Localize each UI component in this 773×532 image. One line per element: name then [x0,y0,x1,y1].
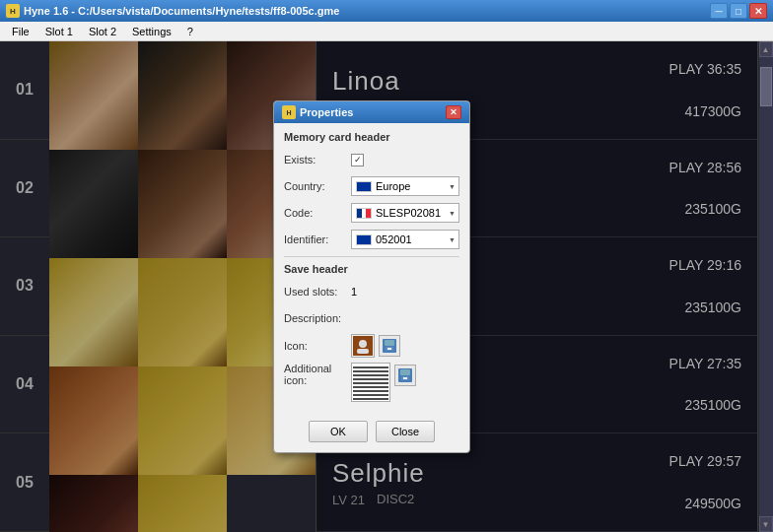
used-slots-value: 1 [351,286,357,298]
maximize-button[interactable]: □ [730,3,747,19]
icon-save-button[interactable] [379,335,400,357]
additional-icon-save-button[interactable] [394,365,416,386]
window-title: Hyne 1.6 - C:/Users/vista/Documents/Hyne… [24,5,710,17]
eu-flag-icon [356,181,372,192]
form-row-exists: Exists: ✓ [284,149,459,170]
exists-label: Exists: [284,154,351,166]
additional-icon-label: Additional icon: [284,363,351,386]
form-row-code: Code: SLESP02081 [284,202,459,224]
dialog-close-x-button[interactable]: ✕ [446,105,461,119]
fr-flag-icon [356,208,372,219]
title-bar: H Hyne 1.6 - C:/Users/vista/Documents/Hy… [0,0,773,22]
form-row-additional-icon: Additional icon: [284,363,459,402]
description-label: Description: [284,312,351,324]
properties-dialog: H Properties ✕ Memory card header Exists… [273,100,470,453]
additional-icon-preview [351,363,390,402]
modal-overlay: H Properties ✕ Memory card header Exists… [0,41,773,532]
close-button[interactable]: ✕ [749,3,767,19]
country-select[interactable]: Europe [351,176,459,196]
code-label: Code: [284,207,351,219]
form-row-identifier: Identifier: 052001 [284,229,459,250]
svg-rect-8 [400,369,410,375]
code-control[interactable]: SLESP02081 [351,203,459,223]
form-row-country: Country: Europe [284,175,459,197]
dialog-title-text: Properties [300,106,353,118]
exists-control: ✓ [351,153,459,166]
svg-rect-10 [403,377,407,379]
code-select[interactable]: SLESP02081 [351,203,459,223]
form-row-icon: Icon: [284,334,459,358]
main-content: 01 02 03 04 05 [0,41,773,532]
identifier-label: Identifier: [284,233,351,245]
section-save-header: Save header [284,263,459,275]
country-control[interactable]: Europe [351,176,459,196]
country-label: Country: [284,180,351,192]
app-icon: H [6,4,20,18]
identifier-value: 052001 [376,233,412,245]
code-value: SLESP02081 [376,207,441,219]
menu-bar: File Slot 1 Slot 2 Settings ? [0,22,773,41]
icon-preview [351,334,375,358]
svg-point-1 [359,340,367,348]
icon-label: Icon: [284,340,351,352]
ok-button[interactable]: OK [309,421,368,442]
menu-settings[interactable]: Settings [124,24,179,39]
eu-flag-icon-2 [356,234,372,245]
exists-checkbox[interactable]: ✓ [351,154,364,166]
used-slots-label: Used slots: [284,286,351,298]
dialog-title-bar: H Properties ✕ [274,101,469,123]
menu-slot1[interactable]: Slot 1 [37,24,81,39]
menu-file[interactable]: File [4,24,37,39]
svg-rect-6 [387,348,391,350]
dialog-footer: OK Close [274,415,469,452]
dialog-icon: H [282,105,296,119]
section-memory-card: Memory card header [284,131,459,143]
form-row-description: Description: [284,307,459,329]
minimize-button[interactable]: ─ [710,3,728,19]
divider-1 [284,256,459,257]
country-value: Europe [376,180,410,192]
title-bar-controls: ─ □ ✕ [710,3,767,19]
form-row-used-slots: Used slots: 1 [284,281,459,302]
menu-slot2[interactable]: Slot 2 [81,24,124,39]
svg-rect-2 [357,349,369,354]
identifier-select[interactable]: 052001 [351,230,459,249]
dialog-body: Memory card header Exists: ✓ Country: Eu… [274,123,469,415]
identifier-control[interactable]: 052001 [351,230,459,249]
menu-help[interactable]: ? [179,24,201,39]
svg-rect-4 [385,340,394,346]
dialog-close-button[interactable]: Close [376,421,435,442]
